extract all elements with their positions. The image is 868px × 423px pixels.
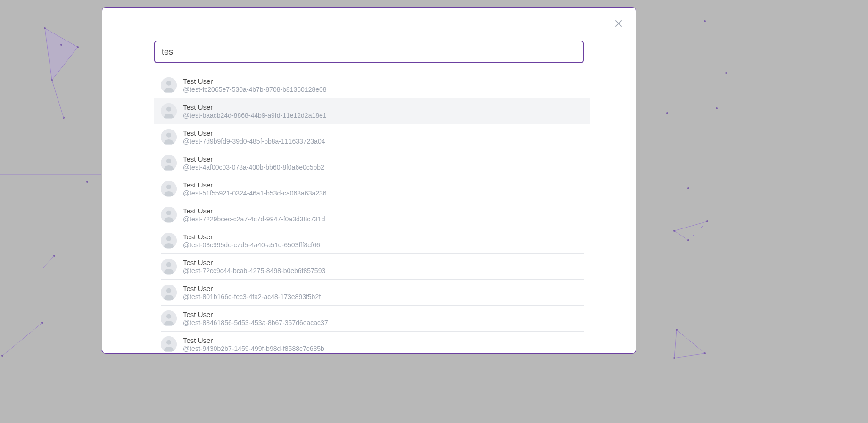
svg-line-6 (52, 80, 64, 118)
svg-point-39 (166, 185, 171, 189)
result-item[interactable]: Test User@test-9430b2b7-1459-499f-b98d-f… (161, 332, 584, 353)
result-text: Test User@test-51f55921-0324-46a1-b53d-c… (183, 181, 327, 197)
svg-point-18 (687, 187, 689, 189)
search-container (102, 8, 636, 73)
result-name: Test User (183, 103, 327, 111)
result-text: Test User@test-9430b2b7-1459-499f-b98d-f… (183, 336, 324, 352)
search-modal: Test User@test-fc2065e7-530a-4b7b-8708-b… (102, 7, 636, 354)
svg-point-51 (166, 340, 171, 345)
result-name: Test User (183, 233, 320, 241)
svg-line-10 (42, 256, 54, 268)
results-container[interactable]: Test User@test-fc2065e7-530a-4b7b-8708-b… (102, 73, 636, 353)
svg-point-16 (716, 107, 718, 109)
result-name: Test User (183, 336, 324, 344)
svg-point-25 (704, 352, 706, 354)
result-handle: @test-4af00c03-078a-400b-bb60-8f0a6e0c5b… (183, 163, 324, 171)
svg-marker-19 (674, 221, 707, 240)
result-text: Test User@test-03c995de-c7d5-4a40-a51d-6… (183, 233, 320, 249)
result-name: Test User (183, 77, 327, 85)
result-item[interactable]: Test User@test-801b166d-fec3-4fa2-ac48-1… (161, 280, 584, 306)
svg-point-17 (666, 112, 668, 114)
close-icon (614, 19, 623, 28)
svg-point-22 (687, 239, 689, 241)
svg-point-15 (725, 72, 727, 74)
avatar (161, 259, 177, 275)
result-name: Test User (183, 129, 325, 137)
result-item[interactable]: Test User@test-72cc9c44-bcab-4275-8498-b… (161, 254, 584, 280)
avatar (161, 285, 177, 301)
svg-line-12 (2, 323, 42, 356)
svg-point-4 (60, 44, 62, 46)
result-handle: @test-51f55921-0324-46a1-b53d-ca063a63a2… (183, 189, 327, 197)
result-item[interactable]: Test User@test-baacb24d-8868-44b9-a9fd-1… (154, 98, 590, 124)
svg-point-14 (704, 20, 706, 22)
svg-point-35 (166, 133, 171, 138)
result-handle: @test-801b166d-fec3-4fa2-ac48-173e893f5b… (183, 293, 321, 301)
avatar (161, 103, 177, 119)
result-item[interactable]: Test User@test-7d9b9fd9-39d0-485f-bb8a-1… (161, 124, 584, 150)
result-handle: @test-fc2065e7-530a-4b7b-8708-b81360128e… (183, 86, 327, 93)
svg-point-47 (166, 288, 171, 293)
svg-point-31 (166, 81, 171, 86)
svg-point-9 (53, 255, 55, 257)
svg-point-1 (44, 27, 46, 29)
svg-point-5 (63, 117, 65, 119)
result-handle: @test-9430b2b7-1459-499f-b98d-f8588c7c63… (183, 345, 324, 352)
result-text: Test User@test-88461856-5d53-453a-8b67-3… (183, 310, 328, 326)
result-text: Test User@test-4af00c03-078a-400b-bb60-8… (183, 155, 324, 171)
svg-point-13 (1, 355, 3, 357)
close-button[interactable] (613, 18, 624, 29)
result-item[interactable]: Test User@test-03c995de-c7d5-4a40-a51d-6… (161, 228, 584, 254)
svg-point-11 (41, 322, 43, 324)
result-item[interactable]: Test User@test-51f55921-0324-46a1-b53d-c… (161, 176, 584, 202)
svg-point-3 (51, 79, 53, 81)
svg-point-20 (673, 230, 675, 232)
svg-point-21 (706, 220, 708, 222)
result-item[interactable]: Test User@test-7229bcec-c2a7-4c7d-9947-f… (161, 202, 584, 228)
result-text: Test User@test-72cc9c44-bcab-4275-8498-b… (183, 259, 325, 275)
result-handle: @test-03c995de-c7d5-4a40-a51d-6503fff8cf… (183, 241, 320, 249)
avatar (161, 207, 177, 223)
svg-point-45 (166, 262, 171, 267)
result-handle: @test-7229bcec-c2a7-4c7d-9947-f0a3d38c73… (183, 215, 325, 223)
avatar (161, 233, 177, 249)
result-name: Test User (183, 259, 325, 267)
svg-point-49 (166, 314, 171, 319)
result-text: Test User@test-7229bcec-c2a7-4c7d-9947-f… (183, 207, 325, 223)
svg-point-37 (166, 159, 171, 163)
result-handle: @test-baacb24d-8868-44b9-a9fd-11e12d2a18… (183, 112, 327, 119)
search-input[interactable] (154, 41, 584, 63)
avatar (161, 310, 177, 326)
result-handle: @test-88461856-5d53-453a-8b67-357d6eacac… (183, 319, 328, 326)
result-name: Test User (183, 207, 325, 215)
result-name: Test User (183, 155, 324, 163)
avatar (161, 181, 177, 197)
svg-point-24 (676, 329, 678, 331)
avatar (161, 77, 177, 93)
result-name: Test User (183, 181, 327, 189)
avatar (161, 129, 177, 145)
result-handle: @test-72cc9c44-bcab-4275-8498-b0eb6f8575… (183, 267, 325, 275)
avatar (161, 336, 177, 352)
svg-point-41 (166, 211, 171, 215)
svg-point-2 (77, 46, 79, 48)
results-list: Test User@test-fc2065e7-530a-4b7b-8708-b… (154, 73, 584, 353)
result-item[interactable]: Test User@test-fc2065e7-530a-4b7b-8708-b… (161, 73, 584, 98)
avatar (161, 155, 177, 171)
result-text: Test User@test-801b166d-fec3-4fa2-ac48-1… (183, 285, 321, 301)
result-handle: @test-7d9b9fd9-39d0-485f-bb8a-111633723a… (183, 138, 325, 145)
svg-point-33 (166, 107, 171, 112)
svg-point-8 (86, 181, 88, 183)
svg-point-43 (166, 236, 171, 241)
svg-marker-23 (674, 330, 705, 358)
result-item[interactable]: Test User@test-4af00c03-078a-400b-bb60-8… (161, 150, 584, 176)
result-item[interactable]: Test User@test-88461856-5d53-453a-8b67-3… (161, 306, 584, 332)
result-text: Test User@test-7d9b9fd9-39d0-485f-bb8a-1… (183, 129, 325, 145)
svg-marker-0 (45, 28, 78, 80)
result-text: Test User@test-fc2065e7-530a-4b7b-8708-b… (183, 77, 327, 93)
result-name: Test User (183, 285, 321, 293)
result-text: Test User@test-baacb24d-8868-44b9-a9fd-1… (183, 103, 327, 119)
result-name: Test User (183, 310, 328, 318)
svg-point-26 (673, 357, 675, 359)
